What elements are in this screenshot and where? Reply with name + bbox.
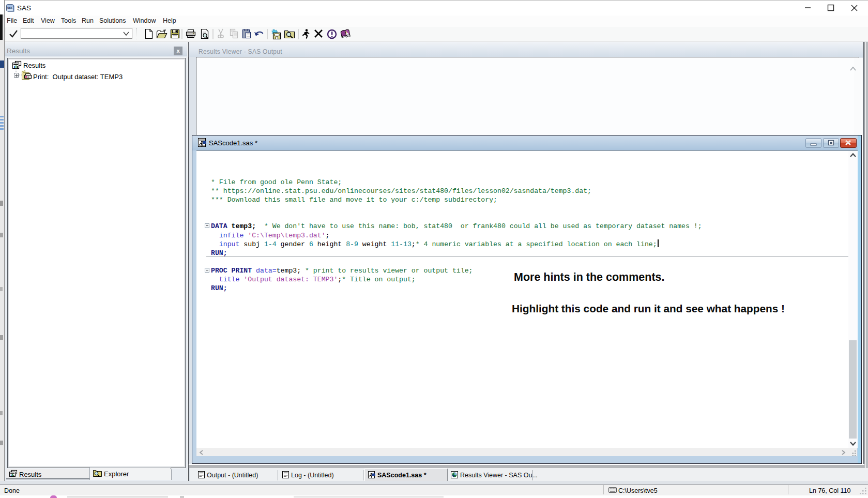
svg-text:sas: sas [7,6,13,9]
